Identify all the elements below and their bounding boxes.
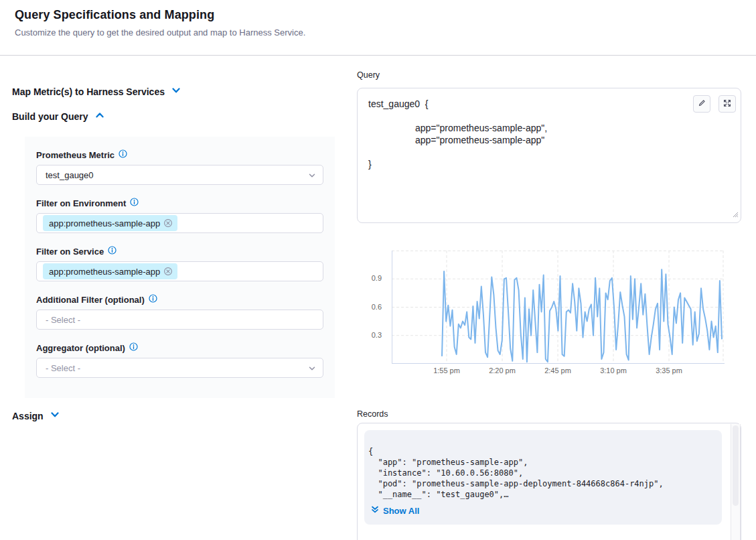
- chevron-down-icon: [50, 410, 60, 422]
- aggregator-placeholder: - Select -: [46, 363, 80, 373]
- info-icon[interactable]: [130, 197, 139, 209]
- x-axis-tick: 3:10 pm: [600, 366, 627, 375]
- chart-plot-area: [392, 251, 725, 364]
- filter-environment-label: Filter on Environment: [36, 198, 126, 208]
- prometheus-metric-label: Prometheus Metric: [36, 150, 115, 160]
- build-query-panel: Prometheus Metric test_gauge0 Filter on …: [25, 137, 335, 398]
- records-label: Records: [357, 409, 388, 419]
- chevron-down-icon: [171, 86, 181, 98]
- info-icon[interactable]: [119, 149, 127, 161]
- y-axis-tick: 0.3: [357, 331, 382, 339]
- expand-icon: [723, 98, 732, 110]
- remove-tag-icon[interactable]: [163, 218, 173, 228]
- build-query-section-label: Build your Query: [12, 111, 88, 122]
- aggregator-field: Aggregator (optional) - Select -: [36, 342, 323, 378]
- page-header: Query Specifications and Mapping Customi…: [15, 8, 305, 38]
- filter-environment-input[interactable]: app:prometheus-sample-app: [36, 213, 323, 233]
- map-metrics-section-toggle[interactable]: Map Metric(s) to Harness Services: [12, 86, 336, 98]
- assign-section-toggle[interactable]: Assign: [12, 410, 336, 422]
- expand-query-button[interactable]: [719, 95, 736, 113]
- build-query-section-toggle[interactable]: Build your Query: [12, 111, 336, 123]
- records-panel: { "app": "prometheus-sample-app", "insta…: [357, 423, 741, 540]
- filter-service-label: Filter on Service: [36, 247, 104, 257]
- additional-filter-input[interactable]: - Select -: [36, 310, 323, 330]
- x-axis-tick: 3:35 pm: [656, 366, 682, 375]
- header-divider: [0, 55, 756, 56]
- filter-service-field: Filter on Service app:prometheus-sample-…: [36, 245, 323, 281]
- records-scrollbar-thumb[interactable]: [733, 425, 739, 506]
- info-icon[interactable]: [129, 342, 138, 354]
- prometheus-metric-select[interactable]: test_gauge0: [36, 165, 323, 185]
- prometheus-metric-value: test_gauge0: [46, 170, 94, 180]
- query-label: Query: [357, 70, 380, 80]
- additional-filter-placeholder: - Select -: [46, 315, 80, 325]
- prometheus-metric-field: Prometheus Metric test_gauge0: [36, 149, 323, 185]
- remove-tag-icon[interactable]: [163, 267, 173, 276]
- chevron-up-icon: [95, 111, 104, 123]
- double-chevron-down-icon: [371, 505, 379, 516]
- edit-query-button[interactable]: [693, 95, 710, 113]
- query-text: test_gauge0 { app="prometheus-sample-app…: [358, 88, 741, 180]
- filter-environment-tag: app:prometheus-sample-app: [43, 215, 177, 231]
- y-axis-tick: 0.9: [357, 274, 382, 282]
- show-all-label: Show All: [383, 506, 419, 516]
- query-editor[interactable]: test_gauge0 { app="prometheus-sample-app…: [357, 88, 741, 223]
- aggregator-select[interactable]: - Select -: [36, 358, 323, 378]
- y-axis-tick: 0.6: [357, 303, 382, 311]
- page-title: Query Specifications and Mapping: [15, 8, 305, 22]
- info-icon[interactable]: [149, 293, 157, 306]
- records-json: { "app": "prometheus-sample-app", "insta…: [364, 430, 722, 500]
- query-mapping-form: Map Metric(s) to Harness Services Build …: [12, 80, 336, 422]
- assign-section-label: Assign: [12, 411, 44, 421]
- show-all-button[interactable]: Show All: [371, 505, 419, 516]
- filter-environment-tag-label: app:prometheus-sample-app: [49, 218, 160, 228]
- query-preview-column: Query test_gauge0 { app="prometheus-samp…: [357, 70, 741, 540]
- aggregator-label: Aggregator (optional): [36, 343, 125, 353]
- x-axis-tick: 2:20 pm: [489, 366, 516, 375]
- map-metrics-section-label: Map Metric(s) to Harness Services: [12, 86, 165, 97]
- x-axis-tick: 1:55 pm: [433, 366, 460, 375]
- additional-filter-field: Additional Filter (optional) - Select -: [36, 293, 323, 330]
- pencil-icon: [697, 98, 706, 110]
- filter-service-tag: app:prometheus-sample-app: [43, 263, 177, 279]
- records-json-card: { "app": "prometheus-sample-app", "insta…: [364, 430, 722, 525]
- resize-handle[interactable]: [731, 208, 739, 220]
- chevron-down-icon: [308, 364, 316, 375]
- chart-line-test_gauge0: [442, 269, 722, 362]
- page-subtitle: Customize the query to get the desired o…: [15, 27, 305, 38]
- metric-preview-chart: 0.30.60.91:55 pm2:20 pm2:45 pm3:10 pm3:3…: [357, 241, 741, 382]
- filter-service-input[interactable]: app:prometheus-sample-app: [36, 261, 323, 281]
- chevron-down-icon: [308, 172, 316, 182]
- filter-service-tag-label: app:prometheus-sample-app: [49, 267, 160, 277]
- x-axis-tick: 2:45 pm: [544, 366, 571, 375]
- additional-filter-label: Additional Filter (optional): [36, 295, 145, 305]
- records-scrollbar[interactable]: [731, 424, 741, 540]
- filter-environment-field: Filter on Environment app:prometheus-sam…: [36, 197, 323, 233]
- info-icon[interactable]: [108, 245, 117, 257]
